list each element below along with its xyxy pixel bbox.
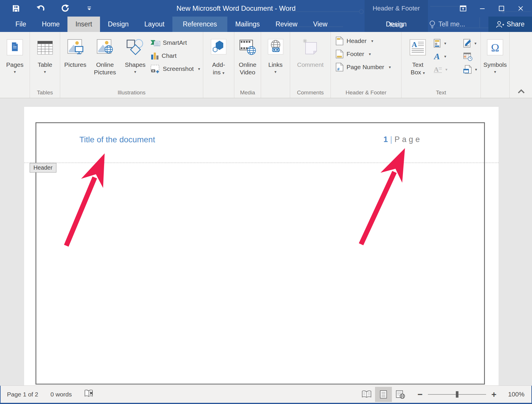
save-button[interactable] xyxy=(11,3,21,13)
text-box-button[interactable]: A Text Box▾ xyxy=(404,34,431,77)
print-layout-icon xyxy=(379,390,388,399)
zoom-slider[interactable] xyxy=(428,391,486,398)
footer-button[interactable]: Footer ▾ xyxy=(335,49,401,59)
dropdown-arrow-icon: ▾ xyxy=(14,69,16,75)
links-button[interactable]: Links ▾ xyxy=(267,34,284,75)
drop-cap-button[interactable]: A ▾ xyxy=(433,65,463,73)
minimize-button[interactable] xyxy=(473,0,492,17)
page-number-value: 1 xyxy=(383,135,388,144)
share-button[interactable]: Share xyxy=(488,17,532,32)
table-button[interactable]: Table ▾ xyxy=(37,34,53,75)
ribbon-end-section xyxy=(510,32,532,98)
online-video-icon xyxy=(239,38,257,56)
ribbon-group-header-footer: Header ▾ Footer ▾ # Page Number ▾ Head xyxy=(331,32,401,98)
links-label: Links xyxy=(268,61,283,69)
ribbon-group-illustrations: Pictures Online Pictures Shapes ▾ Sm xyxy=(60,32,203,98)
shapes-button[interactable]: Shapes ▾ xyxy=(122,34,149,75)
page-number-field[interactable]: 1|Page xyxy=(383,135,422,144)
window-title: New Microsoft Word Document - Word xyxy=(176,0,296,17)
undo-button[interactable] xyxy=(35,3,45,13)
ribbon-display-options-button[interactable] xyxy=(454,0,473,17)
symbols-button[interactable]: Ω Symbols ▾ xyxy=(483,34,507,75)
dropdown-arrow-icon: ▾ xyxy=(44,69,46,75)
contextual-tools-block: Header & Footer Tools Design xyxy=(365,0,428,32)
tab-view[interactable]: View xyxy=(305,17,335,32)
group-label-symbols xyxy=(481,89,509,98)
print-layout-button[interactable] xyxy=(375,387,392,402)
ribbon-tabs: File Home Insert Design Layout Reference… xyxy=(0,17,335,32)
web-layout-button[interactable] xyxy=(392,387,409,402)
group-label-links xyxy=(261,89,290,98)
tab-design-contextual[interactable]: Design xyxy=(365,17,428,32)
symbols-label: Symbols xyxy=(483,61,507,69)
collapse-ribbon-button[interactable] xyxy=(517,89,525,95)
dropdown-arrow-icon: ▾ xyxy=(475,67,477,72)
zoom-control: − + 100% xyxy=(416,389,524,399)
table-label: Table xyxy=(38,61,52,69)
tab-layout[interactable]: Layout xyxy=(137,17,172,32)
customize-qat-button[interactable] xyxy=(84,3,94,13)
pages-icon xyxy=(7,38,23,57)
quick-parts-button[interactable]: ▾ xyxy=(433,39,463,48)
page-count-status[interactable]: Page 1 of 2 xyxy=(7,391,38,398)
drop-cap-icon: A xyxy=(433,65,442,73)
read-mode-button[interactable] xyxy=(358,387,375,402)
pictures-button[interactable]: Pictures xyxy=(63,34,88,76)
document-canvas[interactable]: Header Title of the document 1|Page xyxy=(0,98,532,386)
dropdown-arrow-icon: ▾ xyxy=(445,67,447,72)
svg-text:#: # xyxy=(337,67,340,71)
quick-parts-icon xyxy=(433,39,441,48)
online-video-button[interactable]: Online Video xyxy=(239,34,257,76)
ribbon-display-options-icon xyxy=(460,5,467,12)
redo-button[interactable] xyxy=(60,3,70,13)
page-number-label: Page Number xyxy=(347,64,384,71)
pages-button[interactable]: Pages ▾ xyxy=(6,34,24,75)
smartart-button[interactable]: SmartArt xyxy=(150,38,200,48)
zoom-out-button[interactable]: − xyxy=(416,389,424,399)
tab-review[interactable]: Review xyxy=(268,17,305,32)
maximize-button[interactable] xyxy=(492,0,511,17)
chart-button[interactable]: Chart xyxy=(150,51,200,61)
ribbon-group-pages: Pages ▾ xyxy=(0,32,30,98)
tell-me-button[interactable]: Tell me... xyxy=(426,17,469,32)
group-label-pages xyxy=(0,89,30,98)
screenshot-button[interactable]: Screenshot ▾ xyxy=(150,64,200,74)
zoom-slider-handle[interactable] xyxy=(456,391,458,398)
redo-icon xyxy=(61,4,69,12)
tab-references[interactable]: References xyxy=(172,17,228,32)
close-button[interactable] xyxy=(511,0,530,17)
zoom-level[interactable]: 100% xyxy=(502,391,524,398)
tab-design[interactable]: Design xyxy=(100,17,137,32)
zoom-in-button[interactable]: + xyxy=(490,389,498,399)
addins-icon xyxy=(210,38,227,56)
comment-button[interactable]: Comment xyxy=(297,34,324,76)
symbols-icon: Ω xyxy=(487,39,503,56)
proofing-status[interactable] xyxy=(84,389,94,399)
svg-text:A: A xyxy=(412,40,417,49)
document-header-title[interactable]: Title of the document xyxy=(79,135,155,144)
page-number-button[interactable]: # Page Number ▾ xyxy=(335,62,401,72)
share-person-icon xyxy=(496,21,504,28)
tab-home[interactable]: Home xyxy=(34,17,67,32)
chevron-up-icon xyxy=(517,89,525,94)
tab-mailings[interactable]: Mailings xyxy=(227,17,267,32)
title-bar: 7 New Microsoft Word Document - Word Hea… xyxy=(0,0,532,32)
tab-file[interactable]: File xyxy=(8,17,34,32)
word-count-status[interactable]: 0 words xyxy=(50,391,72,398)
close-icon xyxy=(517,5,524,12)
ribbon-group-text: A Text Box▾ ▾ ▾ A xyxy=(401,32,481,98)
online-pictures-button[interactable]: Online Pictures xyxy=(88,34,122,76)
proofing-error-icon xyxy=(84,389,94,398)
contextual-tools-label: Header & Footer Tools xyxy=(365,0,428,17)
wordart-button[interactable]: A ▾ xyxy=(433,52,463,61)
dropdown-arrow-icon: ▾ xyxy=(444,54,446,59)
addins-button[interactable]: Add- ins▾ xyxy=(210,34,227,77)
header-button[interactable]: Header ▾ xyxy=(335,36,401,46)
chart-label: Chart xyxy=(162,52,176,59)
dropdown-arrow-icon: ▾ xyxy=(134,69,136,75)
tab-insert[interactable]: Insert xyxy=(67,17,100,32)
table-icon xyxy=(37,39,53,55)
header-label: Header xyxy=(347,37,367,44)
page-number-separator: | xyxy=(388,135,394,144)
page-number-icon: # xyxy=(335,62,344,72)
